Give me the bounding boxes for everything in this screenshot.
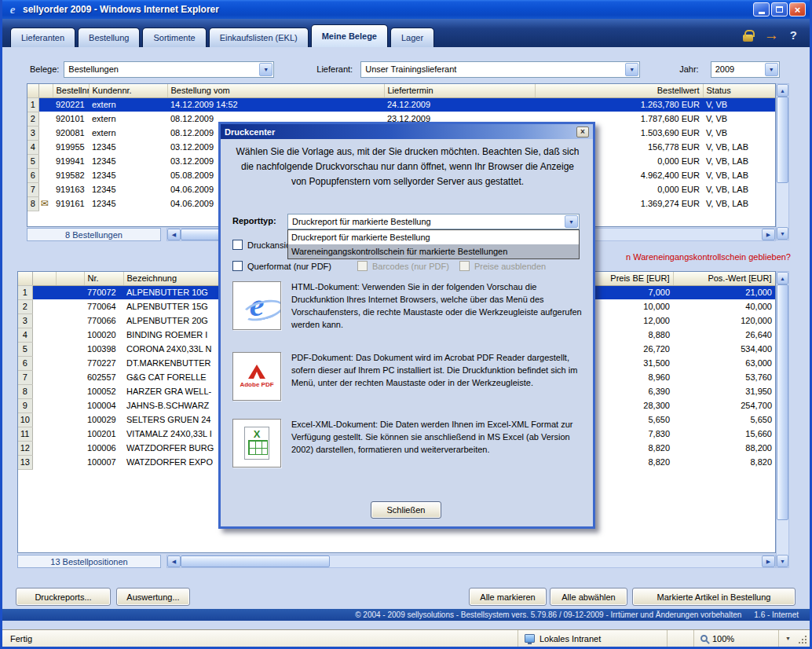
scroll-down-icon[interactable]: ▼ [777, 227, 788, 240]
chevron-down-icon[interactable]: ▼ [565, 215, 578, 228]
zoom-dropdown-icon[interactable]: ▼ [778, 630, 791, 647]
col-pos-wert[interactable]: Pos.-Wert [EUR] [673, 272, 775, 285]
druckcenter-dialog: Druckcenter × Wählen Sie die Vorlage aus… [218, 122, 595, 529]
chevron-down-icon[interactable]: ▼ [259, 63, 272, 76]
html-dokument-text: HTML-Dokument: Verwenden Sie in der folg… [291, 280, 583, 331]
col-nr[interactable]: Nr. [84, 272, 123, 285]
toolbar-icons: → ? [743, 28, 810, 47]
tab-bestellung[interactable]: Bestellung [78, 28, 140, 47]
col-bestellwert[interactable]: Bestellwert [535, 84, 703, 97]
footer-version: 1.6 - Internet [754, 610, 799, 619]
positions-hscrollbar[interactable]: ◀ ▶ [166, 555, 776, 568]
pdf-dokument-text: PDF-Dokument: Das Dokument wird im Acrob… [291, 351, 583, 389]
resize-grip[interactable] [797, 630, 810, 647]
chevron-down-icon[interactable]: ▼ [625, 63, 638, 76]
schliessen-button[interactable]: Schließen [371, 501, 441, 519]
orders-header-row: Bestellnr. Kundennr. Bestellung vom Lief… [27, 84, 775, 97]
scroll-left-icon[interactable]: ◀ [167, 556, 181, 567]
scroll-up-icon[interactable]: ▲ [777, 84, 788, 97]
orders-vscrollbar[interactable]: ▲ ▼ [776, 83, 789, 240]
maximize-button[interactable] [771, 2, 788, 16]
status-bar: Fertig Lokales Intranet 100% ▼ [2, 629, 810, 647]
dialog-close-icon[interactable]: × [576, 126, 589, 138]
scroll-right-icon[interactable]: ▶ [762, 229, 775, 240]
scroll-thumb[interactable] [181, 556, 330, 567]
lieferant-select[interactable]: Unser Trainingslieferant ▼ [360, 61, 640, 78]
logout-arrow-icon[interactable]: → [764, 28, 779, 42]
druckreports-button[interactable]: Druckreports... [16, 588, 111, 606]
tab-lieferanten[interactable]: Lieferanten [10, 28, 75, 47]
minimize-button[interactable] [753, 2, 770, 16]
positions-count: 13 Bestellpositionen [17, 555, 161, 568]
mail-icon [38, 168, 53, 182]
positions-vscrollbar[interactable]: ▲ ▼ [776, 271, 789, 568]
scroll-thumb[interactable] [777, 97, 788, 183]
adobe-pdf-icon[interactable]: Adobe PDF [232, 352, 281, 401]
filter-row: Belege: Bestellungen ▼ Lieferant: Unser … [2, 60, 810, 79]
mail-icon [38, 97, 53, 112]
barcodes-checkbox: Barcodes (nur PDF) [357, 261, 449, 271]
status-text: Fertig [2, 630, 518, 647]
wareneingang-link[interactable]: n Wareneingangskontrollschein geblieben? [626, 252, 791, 262]
tab-bar: LieferantenBestellungSortimenteEinkaufsl… [2, 19, 810, 47]
reporttyp-option[interactable]: Druckreport für markierte Bestellung [288, 230, 579, 244]
ie-icon[interactable]: e [232, 281, 281, 330]
close-icon: × [795, 4, 801, 16]
intranet-icon [525, 634, 535, 643]
scroll-up-icon[interactable]: ▲ [777, 272, 788, 284]
chevron-down-icon[interactable]: ▼ [765, 63, 778, 76]
reporttyp-select[interactable]: Druckreport für markierte Bestellung ▼ [287, 214, 580, 229]
dialog-title-bar: Druckcenter × [221, 124, 593, 139]
maximize-icon [776, 6, 783, 13]
app-footer: © 2004 - 2009 sellysolutions - Bestellsy… [2, 609, 810, 621]
scroll-down-icon[interactable]: ▼ [777, 555, 788, 567]
orders-row[interactable]: 1 920221 extern 14.12.2009 14:52 24.12.2… [27, 97, 775, 112]
markierte-artikel-button[interactable]: Markierte Artikel in Bestellung [632, 588, 796, 606]
checkbox-icon [459, 261, 470, 271]
tab-einkaufslisten[interactable]: Einkaufslisten (EKL) [209, 28, 309, 47]
querformat-checkbox[interactable]: Querformat (nur PDF) [232, 261, 331, 271]
mail-icon [38, 126, 53, 140]
window-title: sellyorder 2009 - Windows Internet Explo… [23, 4, 219, 15]
lock-icon[interactable] [743, 35, 753, 42]
col-liefertermin[interactable]: Liefertermin [384, 84, 535, 97]
belege-label: Belege: [30, 64, 59, 74]
col-bestellung-vom[interactable]: Bestellung vom [167, 84, 384, 97]
mail-icon [38, 182, 53, 196]
close-button[interactable]: × [789, 2, 806, 16]
alle-markieren-button[interactable]: Alle markieren [469, 588, 547, 606]
checkbox-icon [232, 261, 243, 271]
dialog-body: Wählen Sie die Vorlage aus, mit der Sie … [221, 139, 593, 526]
orders-count: 8 Bestellungen [27, 228, 161, 241]
auswertung-button[interactable]: Auswertung... [116, 588, 190, 606]
dialog-title: Druckcenter [225, 127, 275, 137]
col-bestellnr[interactable]: Bestellnr. [53, 84, 89, 97]
scroll-right-icon[interactable]: ▶ [762, 556, 775, 567]
col-kundennr[interactable]: Kundennr. [89, 84, 167, 97]
alle-abwaehlen-button[interactable]: Alle abwählen [550, 588, 627, 606]
scroll-left-icon[interactable]: ◀ [167, 229, 181, 240]
jahr-select[interactable]: 2009 ▼ [711, 61, 780, 78]
tab-sortimente[interactable]: Sortimente [142, 28, 206, 47]
tab-meine-belege[interactable]: Meine Belege [311, 24, 388, 47]
reporttyp-option[interactable]: Wareneingangskontrollschein für markiert… [288, 244, 579, 258]
zoom-level: 100% [712, 634, 734, 644]
col-status[interactable]: Status [703, 84, 775, 97]
col-preis-be[interactable]: Preis BE [EUR] [594, 272, 673, 285]
title-bar: e sellyorder 2009 - Windows Internet Exp… [2, 0, 810, 19]
lieferant-label: Lieferant: [316, 64, 353, 74]
preise-ausblenden-checkbox: Preise ausblenden [459, 261, 546, 271]
mail-icon [38, 112, 53, 126]
tab-lager[interactable]: Lager [390, 28, 434, 47]
checkbox-icon [232, 240, 243, 250]
scroll-thumb[interactable] [777, 284, 788, 520]
mail-icon [38, 140, 53, 154]
security-zone: Lokales Intranet [518, 630, 667, 647]
mail-icon [38, 154, 53, 168]
belege-select[interactable]: Bestellungen ▼ [64, 61, 274, 78]
excel-xml-icon[interactable]: X [232, 419, 281, 468]
help-icon[interactable]: ? [790, 28, 797, 42]
footer-copyright: © 2004 - 2009 sellysolutions - Bestellsy… [355, 610, 741, 619]
reporttyp-label: Reporttyp: [232, 216, 276, 226]
zoom-control[interactable]: 100% ▼ [693, 630, 797, 647]
